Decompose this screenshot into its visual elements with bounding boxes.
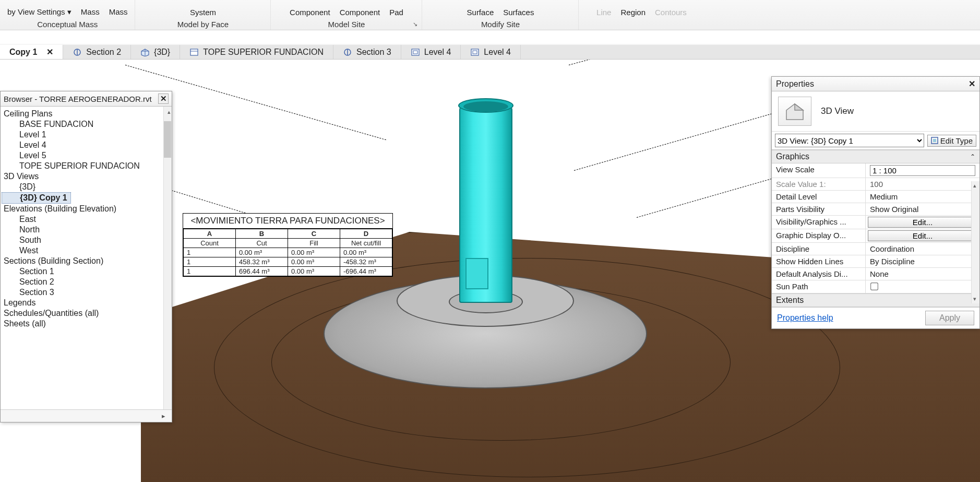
view-tab[interactable]: Section 3: [333, 45, 401, 59]
schedule-row[interactable]: 1696.44 m³0.00 m³-696.44 m³: [184, 267, 392, 276]
view-tab[interactable]: Section 2: [63, 45, 131, 59]
browser-node[interactable]: Schedules/Quantities (all): [2, 308, 172, 319]
browser-node[interactable]: BASE FUNDACION: [2, 119, 172, 130]
browser-node[interactable]: North: [2, 225, 172, 235]
property-row[interactable]: Visibility/Graphics ...Edit...: [772, 216, 979, 229]
property-row[interactable]: Sun Path: [772, 280, 979, 293]
ribbon-btn-component-2[interactable]: Component: [340, 8, 380, 17]
schedule-col-letter: A: [184, 229, 236, 239]
plan-icon: [411, 48, 420, 56]
view-tab[interactable]: Level 4: [461, 45, 521, 59]
properties-title-bar[interactable]: Properties ✕: [772, 77, 979, 91]
property-value[interactable]: None: [866, 268, 979, 280]
ribbon-btn-surfaces[interactable]: Surfaces: [503, 8, 534, 17]
properties-help-link[interactable]: Properties help: [777, 313, 833, 323]
properties-type-selector[interactable]: 3D View: [772, 91, 979, 132]
property-category-header[interactable]: Extents⌃: [772, 293, 979, 307]
ribbon-btn-pad[interactable]: Pad: [389, 8, 403, 17]
property-row[interactable]: DisciplineCoordination: [772, 243, 979, 255]
project-browser-title-bar[interactable]: Browser - TORRE AEROGENERADOR.rvt ✕: [1, 91, 172, 107]
view-tab[interactable]: Level 4: [401, 45, 461, 59]
browser-node[interactable]: {3D}: [2, 182, 172, 192]
property-row[interactable]: Parts VisibilityShow Original: [772, 203, 979, 216]
ribbon-btn-view-settings[interactable]: by View Settings ▾: [7, 7, 71, 17]
property-value[interactable]: Edit...: [866, 229, 979, 242]
browser-node[interactable]: East: [2, 214, 172, 225]
schedule-row[interactable]: 10.00 m³0.00 m³0.00 m³: [184, 248, 392, 257]
property-row[interactable]: Graphic Display O...Edit...: [772, 229, 979, 243]
browser-node[interactable]: Sections (Building Section): [2, 256, 172, 266]
schedule-cell: 1: [184, 257, 236, 267]
property-value[interactable]: Medium: [866, 191, 979, 203]
browser-node[interactable]: Level 5: [2, 150, 172, 161]
project-browser-tree[interactable]: Ceiling PlansBASE FUNDACIONLevel 1Level …: [1, 107, 172, 409]
close-icon[interactable]: ✕: [969, 79, 975, 89]
browser-node[interactable]: South: [2, 235, 172, 245]
property-checkbox[interactable]: [870, 283, 878, 290]
property-row[interactable]: Detail LevelMedium: [772, 191, 979, 203]
ribbon-expander-icon[interactable]: ↘: [413, 21, 419, 28]
property-row[interactable]: Default Analysis Di...None: [772, 268, 979, 280]
property-edit-button[interactable]: Edit...: [868, 230, 977, 241]
apply-button[interactable]: Apply: [925, 311, 974, 325]
property-name: Discipline: [772, 243, 866, 255]
ribbon-btn-system[interactable]: System: [190, 8, 216, 17]
scroll-right-icon[interactable]: ▸: [162, 412, 165, 420]
scroll-thumb[interactable]: [164, 121, 171, 158]
property-category-header[interactable]: Graphics⌃: [772, 150, 979, 163]
property-value[interactable]: Show Original: [866, 203, 979, 215]
browser-node[interactable]: West: [2, 245, 172, 256]
close-icon[interactable]: ✕: [158, 93, 169, 104]
scroll-down-icon[interactable]: ▾: [973, 296, 976, 302]
property-value[interactable]: Coordination: [866, 243, 979, 255]
browser-node[interactable]: Section 2: [2, 277, 172, 287]
browser-node[interactable]: Section 1: [2, 266, 172, 277]
ribbon: by View Settings ▾ Mass Mass Conceptual …: [0, 0, 980, 30]
type-thumbnail: [778, 97, 811, 126]
property-value[interactable]: [866, 163, 979, 178]
browser-node[interactable]: Ceiling Plans: [2, 109, 172, 119]
browser-node[interactable]: Sheets (all): [2, 319, 172, 329]
property-row[interactable]: View Scale: [772, 163, 979, 178]
browser-node[interactable]: TOPE SUPERIOR FUNDACION: [2, 161, 172, 171]
ribbon-group-label: Model Site: [328, 19, 365, 29]
properties-scrollbar[interactable]: ▴ ▾: [971, 181, 979, 303]
scroll-up-icon[interactable]: ▴: [973, 182, 976, 189]
view-tab[interactable]: Copy 1✕: [0, 45, 63, 59]
property-value[interactable]: Edit...: [866, 216, 979, 229]
view-tab[interactable]: {3D}: [131, 45, 180, 59]
plan-icon: [470, 48, 480, 56]
scroll-up-icon[interactable]: ▴: [168, 109, 171, 115]
tab-label: {3D}: [154, 48, 170, 57]
ribbon-btn-mass-2[interactable]: Mass: [109, 7, 128, 17]
property-edit-button[interactable]: Edit...: [868, 217, 977, 228]
ribbon-btn-mass-1[interactable]: Mass: [81, 7, 100, 17]
property-value[interactable]: By Discipline: [866, 255, 979, 267]
ribbon-btn-surface[interactable]: Surface: [467, 8, 494, 17]
property-value[interactable]: [866, 280, 979, 293]
view-tab[interactable]: TOPE SUPERIOR FUNDACION: [180, 45, 333, 59]
ribbon-btn-component-1[interactable]: Component: [290, 8, 330, 17]
close-icon[interactable]: ✕: [46, 47, 53, 57]
browser-node[interactable]: Level 1: [2, 130, 172, 140]
ribbon-group-model-site: Component Component Pad Model Site ↘: [271, 0, 422, 30]
browser-node[interactable]: Level 4: [2, 140, 172, 150]
browser-node[interactable]: Section 3: [2, 287, 172, 298]
viewport-3d[interactable]: <MOVIMIENTO TIERRA PARA FUNDACIONES> ABC…: [0, 60, 980, 482]
browser-node[interactable]: {3D} Copy 1: [2, 192, 71, 204]
scrollbar[interactable]: ▴: [163, 107, 172, 409]
schedule-row[interactable]: 1458.32 m³0.00 m³-458.32 m³: [184, 257, 392, 267]
property-row[interactable]: Show Hidden LinesBy Discipline: [772, 255, 979, 268]
property-row[interactable]: Scale Value 1:100: [772, 178, 979, 191]
browser-node[interactable]: Legends: [2, 298, 172, 308]
browser-node[interactable]: 3D Views: [2, 171, 172, 182]
project-browser-title: Browser - TORRE AEROGENERADOR.rvt: [4, 95, 152, 103]
edit-type-button[interactable]: Edit Type: [927, 135, 976, 147]
instance-selector[interactable]: 3D View: {3D} Copy 1: [775, 134, 924, 147]
ribbon-group-label: [640, 19, 642, 29]
browser-node[interactable]: Elevations (Building Elevation): [2, 204, 172, 214]
schedule-movimiento-tierra[interactable]: <MOVIMIENTO TIERRA PARA FUNDACIONES> ABC…: [183, 213, 393, 277]
property-input[interactable]: [870, 165, 975, 176]
house-3d-icon: [784, 101, 805, 122]
ribbon-group-label: Modify Site: [481, 19, 520, 29]
